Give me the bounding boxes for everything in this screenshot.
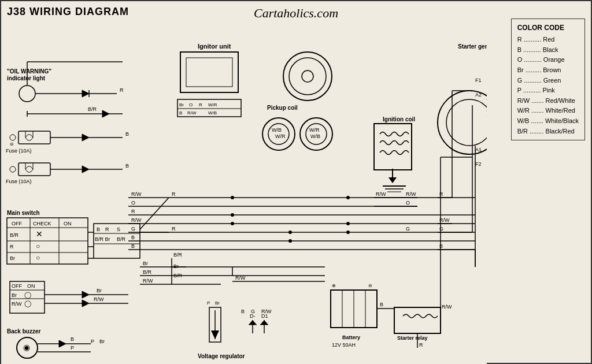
svg-text:B: B	[241, 309, 245, 314]
svg-text:B/R: B/R	[173, 273, 183, 278]
color-entry-br2: B/R ........ Black/Red	[517, 127, 579, 137]
svg-text:Pickup coil: Pickup coil	[267, 105, 298, 111]
svg-text:R/W: R/W	[187, 110, 197, 116]
svg-text:G: G	[131, 226, 135, 232]
svg-text:B/R: B/R	[88, 106, 97, 112]
svg-text:O: O	[131, 200, 135, 206]
svg-text:W/R: W/R	[309, 127, 320, 133]
svg-text:R/W: R/W	[131, 191, 142, 197]
svg-text:◉: ◉	[23, 343, 30, 352]
svg-text:Br: Br	[179, 102, 184, 107]
svg-text:Br: Br	[97, 288, 102, 294]
svg-text:Ignition coil: Ignition coil	[383, 116, 415, 122]
svg-text:◯: ◯	[24, 300, 31, 307]
svg-text:B: B	[179, 110, 182, 116]
svg-text:O: O	[406, 200, 410, 206]
color-entry-rw: R/W ....... Red/White	[517, 96, 579, 106]
svg-text:W/B: W/B	[208, 110, 217, 116]
svg-text:G: G	[251, 309, 255, 314]
svg-text:OFF: OFF	[12, 283, 22, 289]
svg-text:P: P	[71, 345, 74, 351]
svg-text:○: ○	[36, 242, 40, 250]
svg-text:P: P	[91, 339, 94, 344]
svg-text:O: O	[189, 102, 193, 107]
svg-text:B/R: B/R	[117, 236, 126, 242]
svg-point-215	[346, 196, 350, 199]
color-entry-o: O .......... Orange	[517, 55, 579, 65]
svg-text:F1: F1	[475, 77, 482, 83]
svg-text:Ignitor unit: Ignitor unit	[198, 43, 231, 50]
svg-text:Br: Br	[10, 255, 15, 261]
svg-text:R: R	[172, 191, 176, 197]
svg-text:W/B: W/B	[272, 127, 282, 133]
svg-text:B/R: B/R	[173, 252, 183, 258]
svg-text:R: R	[10, 244, 14, 250]
svg-text:Br: Br	[99, 339, 105, 344]
svg-point-213	[288, 231, 292, 234]
svg-text:R/W: R/W	[143, 278, 153, 284]
svg-text:"OIL WARNING": "OIL WARNING"	[7, 68, 51, 75]
svg-text:W/R: W/R	[208, 102, 217, 107]
svg-text:A2: A2	[475, 92, 482, 98]
svg-text:CHECK: CHECK	[33, 221, 51, 226]
svg-text:R: R	[199, 102, 202, 107]
color-entry-p: P .......... Pink	[517, 86, 579, 96]
svg-text:B: B	[71, 336, 74, 342]
svg-text:Back buzzer: Back buzzer	[7, 328, 40, 335]
svg-text:Br: Br	[143, 261, 148, 266]
svg-point-216	[346, 222, 350, 225]
svg-text:R/W: R/W	[406, 191, 416, 197]
svg-text:⊕: ⊕	[332, 283, 336, 288]
svg-text:B/R: B/R	[10, 232, 19, 238]
svg-text:F2: F2	[475, 161, 482, 167]
svg-text:ON: ON	[27, 283, 35, 289]
color-entry-br: Br ......... Brown	[517, 65, 579, 76]
svg-text:R/W: R/W	[94, 296, 104, 302]
svg-text:Fuse (10A): Fuse (10A)	[6, 179, 32, 184]
svg-text:R: R	[439, 191, 443, 197]
svg-text:R/W: R/W	[235, 275, 246, 281]
svg-text:R/W: R/W	[261, 309, 272, 314]
color-entry-wb: W/B ....... White/Black	[517, 116, 579, 127]
svg-text:12V 50AH: 12V 50AH	[332, 342, 356, 348]
svg-text:G: G	[406, 226, 410, 232]
svg-text:Battery: Battery	[342, 335, 360, 340]
svg-text:R/W: R/W	[376, 191, 386, 197]
svg-text:B: B	[125, 131, 129, 137]
svg-text:B/R: B/R	[143, 269, 152, 275]
svg-text:⊖: ⊖	[10, 142, 14, 147]
svg-text:R/W: R/W	[442, 304, 452, 310]
svg-text:P: P	[207, 300, 210, 306]
svg-point-210	[231, 196, 234, 199]
svg-text:R/W: R/W	[131, 217, 142, 223]
svg-text:⊖: ⊖	[368, 283, 372, 288]
svg-text:Starter relay: Starter relay	[397, 335, 428, 341]
svg-point-214	[288, 239, 292, 243]
color-code-title: COLOR CODE	[517, 23, 579, 34]
svg-text:B: B	[380, 302, 383, 307]
svg-text:B: B	[131, 235, 135, 240]
svg-text:OFF: OFF	[12, 221, 22, 226]
svg-text:R: R	[131, 209, 135, 214]
svg-text:W/B: W/B	[310, 133, 320, 139]
svg-text:indicator light: indicator light	[7, 75, 46, 81]
page-title: J38 WIRING DIAGRAM	[7, 6, 129, 18]
svg-text:✕: ✕	[36, 229, 43, 239]
color-entry-b: B .......... Black	[517, 45, 579, 55]
main-container: J38 WIRING DIAGRAM Cartaholics.com COLOR…	[0, 0, 592, 364]
svg-text:B: B	[125, 163, 129, 169]
svg-text:◯: ◯	[24, 291, 31, 299]
svg-point-217	[346, 231, 350, 234]
svg-text:R: R	[172, 226, 176, 232]
svg-text:B: B	[439, 243, 443, 249]
svg-text:A1: A1	[475, 147, 482, 153]
svg-text:○: ○	[36, 254, 40, 262]
svg-text:W/R: W/R	[275, 133, 286, 139]
wiring-diagram-svg: "OIL WARNING" indicator light R ⊖ Fuse (…	[1, 18, 487, 364]
svg-text:R/W: R/W	[12, 301, 22, 307]
svg-text:G: G	[439, 226, 443, 232]
color-entry-r: R .......... Red	[517, 35, 579, 45]
svg-point-212	[231, 222, 234, 225]
svg-text:Main switch: Main switch	[7, 210, 40, 216]
svg-point-211	[231, 213, 234, 217]
